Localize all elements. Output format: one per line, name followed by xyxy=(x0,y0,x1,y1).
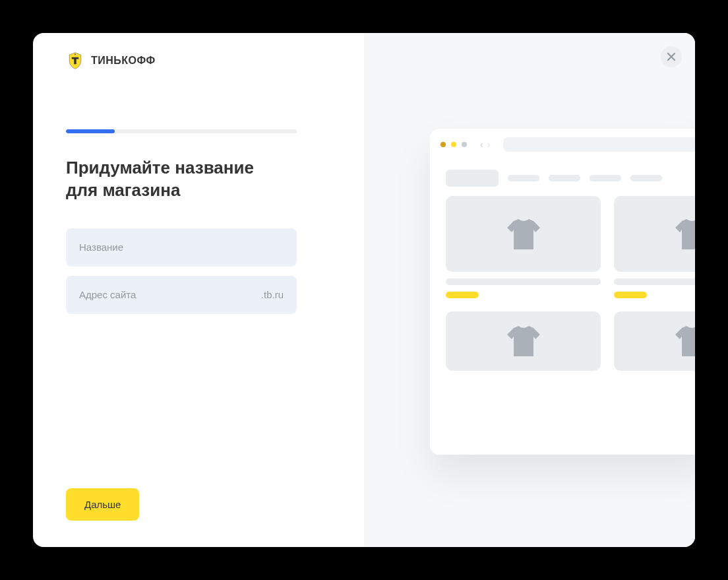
next-button[interactable]: Дальше xyxy=(66,488,139,521)
traffic-light-icon xyxy=(440,142,446,147)
product-card xyxy=(446,196,601,298)
chevron-right-icon: › xyxy=(487,139,491,150)
close-icon xyxy=(667,52,676,61)
shield-icon xyxy=(66,51,84,70)
progress-bar xyxy=(66,129,297,133)
skeleton-price xyxy=(446,292,479,298)
product-card xyxy=(446,311,601,371)
browser-toolbar: ‹ › xyxy=(430,129,695,160)
store-name-field[interactable]: Название xyxy=(66,228,297,267)
tshirt-icon xyxy=(504,218,543,251)
tshirt-icon xyxy=(504,325,543,358)
nav-arrows: ‹ › xyxy=(480,139,490,150)
skeleton-line xyxy=(614,278,695,285)
brand-name: ТИНЬКОФФ xyxy=(91,55,156,67)
svg-point-0 xyxy=(75,54,76,55)
skeleton-line xyxy=(446,278,601,285)
product-grid xyxy=(430,189,695,377)
site-address-field[interactable]: Адрес сайта .tb.ru xyxy=(66,276,297,314)
mock-nav xyxy=(430,160,695,189)
tshirt-icon xyxy=(672,218,696,251)
heading-line2: для магазина xyxy=(66,180,180,200)
traffic-light-icon xyxy=(462,142,467,147)
url-bar xyxy=(503,137,695,152)
progress-fill xyxy=(66,129,115,133)
close-button[interactable] xyxy=(661,46,682,67)
page-title: Придумайте название для магазина xyxy=(66,157,331,202)
browser-mockup: ‹ › xyxy=(430,129,695,455)
preview-pane: ‹ › xyxy=(364,33,695,547)
product-card xyxy=(614,311,695,371)
onboarding-modal: ТИНЬКОФФ Придумайте название для магазин… xyxy=(33,33,695,547)
nav-skeleton xyxy=(590,175,621,181)
chevron-left-icon: ‹ xyxy=(480,139,483,150)
form-pane: ТИНЬКОФФ Придумайте название для магазин… xyxy=(33,33,364,547)
store-name-label: Название xyxy=(79,242,284,253)
nav-skeleton xyxy=(508,175,539,181)
product-card xyxy=(614,196,695,298)
brand-logo: ТИНЬКОФФ xyxy=(66,51,331,70)
nav-skeleton xyxy=(549,175,580,181)
nav-skeleton xyxy=(446,170,499,187)
nav-skeleton xyxy=(630,175,662,181)
heading-line1: Придумайте название xyxy=(66,158,254,177)
site-address-suffix: .tb.ru xyxy=(261,289,284,300)
site-address-label: Адрес сайта xyxy=(79,289,261,300)
traffic-light-icon xyxy=(451,142,456,147)
tshirt-icon xyxy=(672,325,696,358)
skeleton-price xyxy=(614,292,647,298)
